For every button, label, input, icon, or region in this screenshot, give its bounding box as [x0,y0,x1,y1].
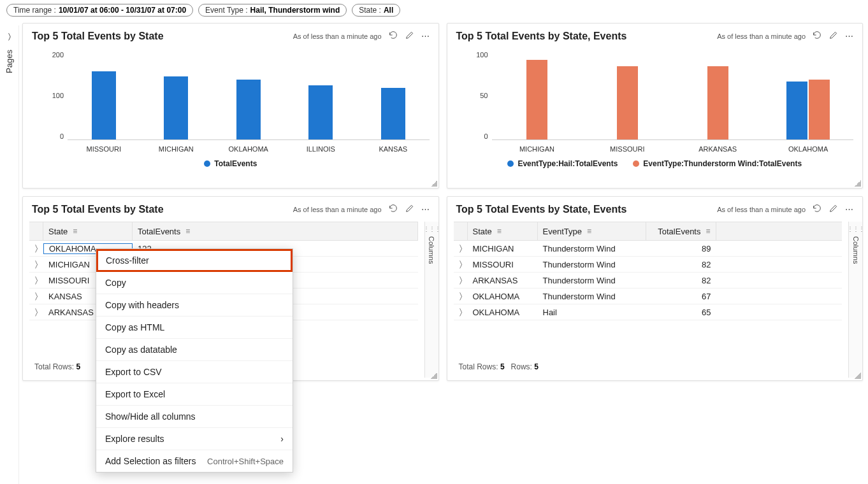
legend-item[interactable]: TotalEvents [204,159,257,168]
th-eventtype[interactable]: EventType≡ [538,222,646,240]
resize-handle[interactable] [431,373,437,379]
context-menu-item[interactable]: Show/Hide all columns [96,406,293,428]
card-header: Top 5 Total Events by State As of less t… [23,197,438,218]
resize-handle[interactable] [855,180,861,187]
column-menu-icon[interactable]: ≡ [705,227,710,236]
expand-icon[interactable]: 〉 [29,291,43,301]
refresh-icon[interactable] [812,203,822,215]
legend-item[interactable]: EventType:Hail:TotalEvents [507,159,618,168]
xtick-label: MISSOURI [78,145,129,153]
more-icon[interactable]: ⋯ [845,204,853,214]
filter-time-label: Time range : [13,6,56,15]
context-menu-item[interactable]: Export to Excel [96,383,293,406]
footer-label: Total Rows: [34,362,74,371]
expand-icon[interactable]: 〉 [454,291,468,301]
xtick-label: KANSAS [368,145,419,153]
edit-icon[interactable] [405,203,415,215]
context-menu-item[interactable]: Copy as datatable [96,339,293,361]
bar[interactable] [786,82,807,139]
table-wrap: State≡ EventType≡ TotalEvents≡ 〉MICHIGAN… [447,218,863,378]
bar[interactable] [617,66,638,139]
expand-icon[interactable]: 〉 [29,243,43,253]
column-menu-icon[interactable]: ≡ [185,227,190,236]
xtick-label: MICHIGAN [150,145,201,153]
column-menu-icon[interactable]: ≡ [497,227,502,236]
bar[interactable] [707,66,728,139]
more-icon[interactable]: ⋯ [421,204,430,214]
table-row[interactable]: 〉OKLAHOMAHail65 [454,304,843,320]
bar-group[interactable] [514,60,559,139]
column-menu-icon[interactable]: ≡ [73,227,77,236]
bar[interactable] [164,76,188,139]
th-state[interactable]: State≡ [43,222,133,240]
chart-xaxis: MICHIGANMISSOURIARKANSASOKLAHOMA [492,145,854,153]
bar-group[interactable] [298,85,343,139]
bar[interactable] [236,80,261,140]
filter-time-range[interactable]: Time range : 10/01/07 at 06:00 - 10/31/0… [6,4,193,17]
shortcut-text: Control+Shift+Space [207,457,284,466]
bar[interactable] [308,85,333,139]
bar-group[interactable] [82,71,126,139]
edit-icon[interactable] [828,203,839,215]
refresh-icon[interactable] [812,30,822,42]
columns-strip[interactable]: ⋮⋮⋮ Columns [848,222,862,378]
bar[interactable] [381,88,405,139]
bar[interactable] [526,60,547,139]
table-row[interactable]: 〉OKLAHOMAThunderstorm Wind67 [454,288,843,304]
table-row[interactable]: 〉MISSOURIThunderstorm Wind82 [454,257,843,273]
refresh-icon[interactable] [388,30,398,42]
expand-icon[interactable]: 〉 [29,259,43,269]
legend-dot-icon [633,160,639,167]
refresh-icon[interactable] [388,203,398,215]
edit-icon[interactable] [405,30,415,42]
expand-icon[interactable]: 〉 [454,275,468,285]
th-totalevents[interactable]: TotalEvents≡ [646,222,716,240]
bar-group[interactable] [605,66,649,139]
more-icon[interactable]: ⋯ [845,31,853,41]
more-icon[interactable]: ⋯ [421,31,430,41]
expand-icon[interactable]: 〉 [454,259,468,269]
expand-icon[interactable]: 〉 [29,275,43,285]
filter-event-type[interactable]: Event Type : Hail, Thunderstorm wind [198,4,347,17]
table-row[interactable]: 〉ARKANSASThunderstorm Wind82 [454,273,843,288]
chart-plot[interactable] [68,51,430,140]
bar-group[interactable] [154,76,198,139]
resize-handle[interactable] [431,180,437,187]
card-title: Top 5 Total Events by State [32,31,164,42]
context-menu-item[interactable]: Export to CSV [96,361,293,383]
bar[interactable] [92,71,116,139]
filter-time-value: 10/01/07 at 06:00 - 10/31/07 at 07:00 [59,6,186,15]
bar-group[interactable] [695,66,740,139]
bar-group[interactable] [226,80,271,140]
filter-state[interactable]: State : All [352,4,400,17]
filter-bar: Time range : 10/01/07 at 06:00 - 10/31/0… [0,0,868,20]
context-menu-item[interactable]: Copy [96,272,293,294]
chart-yaxis: 200 100 0 [45,51,64,140]
context-menu-item[interactable]: Cross-filter [96,249,293,272]
bar-group[interactable] [371,88,416,139]
bar[interactable] [809,80,830,139]
legend-item[interactable]: EventType:Thunderstorm Wind:TotalEvents [633,159,802,168]
chart-plot[interactable] [492,51,854,140]
bar-group[interactable] [786,80,830,139]
ytick: 200 [45,51,64,59]
context-menu-item[interactable]: Explore results› [96,428,293,450]
th-state[interactable]: State≡ [468,222,538,240]
column-menu-icon[interactable]: ≡ [587,227,591,236]
edit-icon[interactable] [828,30,839,42]
table-row[interactable]: 〉MICHIGANThunderstorm Wind89 [454,241,843,257]
resize-handle[interactable] [855,373,861,379]
context-menu-item[interactable]: Add Selection as filtersControl+Shift+Sp… [96,450,293,472]
context-menu-item[interactable]: Copy with headers [96,294,293,317]
ytick: 100 [469,51,488,59]
pages-side-tab[interactable]: 〉 Pages [0,25,19,484]
ytick: 0 [45,132,64,140]
columns-strip[interactable]: ⋮⋮⋮ Columns [424,222,438,378]
th-label: State [48,227,68,236]
expand-icon[interactable]: 〉 [454,243,468,253]
expand-icon[interactable]: 〉 [29,307,43,317]
th-totalevents[interactable]: TotalEvents≡ [133,222,418,240]
expand-icon[interactable]: 〉 [454,307,468,317]
context-menu-item[interactable]: Copy as HTML [96,317,293,339]
table-body: 〉MICHIGANThunderstorm Wind89〉MISSOURIThu… [454,241,843,320]
